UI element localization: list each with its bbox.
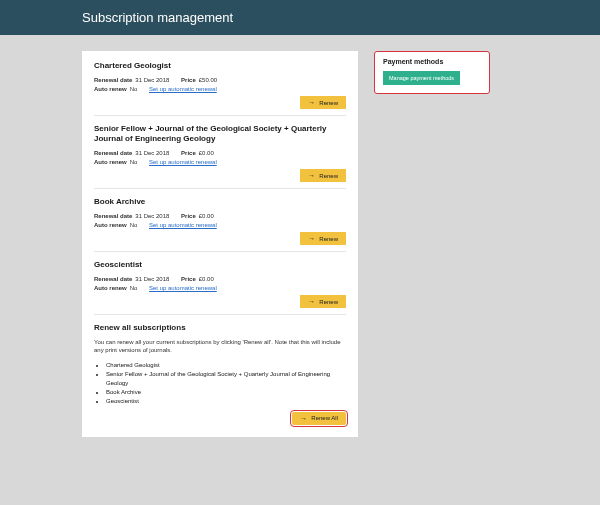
arrow-right-icon: → — [300, 415, 307, 422]
renew-button[interactable]: → Renew — [300, 232, 346, 245]
list-item: Chartered Geologist — [106, 361, 346, 370]
renewal-date-value: 31 Dec 2018 — [135, 276, 169, 282]
subscription-auto-row: Auto renewNo Set up automatic renewal — [94, 285, 346, 291]
button-row: → Renew — [94, 169, 346, 182]
subscription-block: Chartered Geologist Renewal date31 Dec 2… — [94, 61, 346, 116]
auto-renew-label: Auto renew — [94, 86, 127, 92]
subscription-title: Book Archive — [94, 197, 346, 207]
subscription-meta-row: Renewal date31 Dec 2018 Price£0.00 — [94, 213, 346, 219]
subscription-block: Senior Fellow + Journal of the Geologica… — [94, 124, 346, 189]
renew-button[interactable]: → Renew — [300, 169, 346, 182]
renew-all-title: Renew all subscriptions — [94, 323, 346, 332]
button-row: → Renew — [94, 295, 346, 308]
renewal-date-label: Renewal date — [94, 276, 132, 282]
subscription-meta-row: Renewal date31 Dec 2018 Price£0.00 — [94, 276, 346, 282]
renewal-date-label: Renewal date — [94, 213, 132, 219]
arrow-right-icon: → — [308, 235, 315, 242]
list-item: Senior Fellow + Journal of the Geologica… — [106, 370, 346, 388]
subscription-title: Geoscientist — [94, 260, 346, 270]
price-label: Price — [181, 77, 196, 83]
arrow-right-icon: → — [308, 172, 315, 179]
auto-renew-value: No — [130, 222, 138, 228]
renew-button-label: Renew — [319, 299, 338, 305]
auto-renew-label: Auto renew — [94, 285, 127, 291]
button-row: → Renew — [94, 232, 346, 245]
arrow-right-icon: → — [308, 298, 315, 305]
payment-methods-title: Payment methods — [383, 58, 481, 65]
page-title: Subscription management — [82, 10, 233, 25]
subscription-block: Book Archive Renewal date31 Dec 2018 Pri… — [94, 197, 346, 252]
setup-auto-renewal-link[interactable]: Set up automatic renewal — [149, 285, 217, 291]
setup-auto-renewal-link[interactable]: Set up automatic renewal — [149, 159, 217, 165]
auto-renew-value: No — [130, 159, 138, 165]
button-row: → Renew — [94, 96, 346, 109]
price-value: £0.00 — [199, 150, 214, 156]
setup-auto-renewal-link[interactable]: Set up automatic renewal — [149, 86, 217, 92]
renew-all-button[interactable]: → Renew All — [292, 412, 346, 425]
auto-renew-label: Auto renew — [94, 159, 127, 165]
auto-renew-value: No — [130, 86, 138, 92]
list-item: Book Archive — [106, 388, 346, 397]
subscription-auto-row: Auto renewNo Set up automatic renewal — [94, 159, 346, 165]
setup-auto-renewal-link[interactable]: Set up automatic renewal — [149, 222, 217, 228]
renewal-date-value: 31 Dec 2018 — [135, 213, 169, 219]
price-value: £0.00 — [199, 213, 214, 219]
auto-renew-value: No — [130, 285, 138, 291]
auto-renew-label: Auto renew — [94, 222, 127, 228]
subscription-auto-row: Auto renewNo Set up automatic renewal — [94, 86, 346, 92]
renew-all-section: Renew all subscriptions You can renew al… — [94, 323, 346, 425]
price-value: £0.00 — [199, 276, 214, 282]
renewal-date-label: Renewal date — [94, 150, 132, 156]
renew-button[interactable]: → Renew — [300, 295, 346, 308]
price-label: Price — [181, 276, 196, 282]
renewal-date-value: 31 Dec 2018 — [135, 150, 169, 156]
subscriptions-card: Chartered Geologist Renewal date31 Dec 2… — [82, 51, 358, 437]
subscription-meta-row: Renewal date31 Dec 2018 Price£50.00 — [94, 77, 346, 83]
subscription-title: Senior Fellow + Journal of the Geologica… — [94, 124, 346, 144]
price-label: Price — [181, 150, 196, 156]
payment-methods-card: Payment methods Manage payment methods — [374, 51, 490, 94]
price-value: £50.00 — [199, 77, 217, 83]
subscription-meta-row: Renewal date31 Dec 2018 Price£0.00 — [94, 150, 346, 156]
manage-payment-methods-button[interactable]: Manage payment methods — [383, 71, 460, 85]
list-item: Geoscientist — [106, 397, 346, 406]
renew-button-label: Renew — [319, 100, 338, 106]
price-label: Price — [181, 213, 196, 219]
subscription-block: Geoscientist Renewal date31 Dec 2018 Pri… — [94, 260, 346, 315]
subscription-title: Chartered Geologist — [94, 61, 346, 71]
renew-all-text: You can renew all your current subscript… — [94, 338, 346, 355]
renew-all-list: Chartered Geologist Senior Fellow + Jour… — [94, 361, 346, 406]
content-area: Chartered Geologist Renewal date31 Dec 2… — [0, 35, 600, 437]
renew-all-button-label: Renew All — [311, 415, 338, 421]
page-header: Subscription management — [0, 0, 600, 35]
renew-button-label: Renew — [319, 236, 338, 242]
renew-button-label: Renew — [319, 173, 338, 179]
button-row: → Renew All — [94, 412, 346, 425]
renewal-date-label: Renewal date — [94, 77, 132, 83]
renewal-date-value: 31 Dec 2018 — [135, 77, 169, 83]
renew-button[interactable]: → Renew — [300, 96, 346, 109]
arrow-right-icon: → — [308, 99, 315, 106]
subscription-auto-row: Auto renewNo Set up automatic renewal — [94, 222, 346, 228]
